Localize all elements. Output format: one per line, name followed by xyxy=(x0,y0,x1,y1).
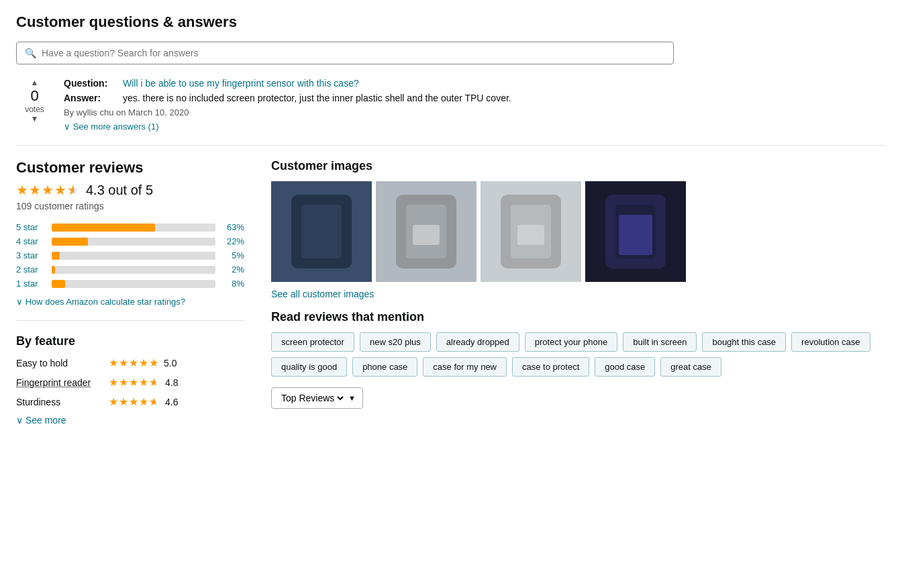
stars-display: ★ ★ ★ ★ ★ ★ xyxy=(16,182,81,198)
rating-bar-fill xyxy=(52,252,60,260)
svg-rect-6 xyxy=(413,225,440,245)
rating-count: 109 customer ratings xyxy=(16,201,244,211)
search-input[interactable] xyxy=(42,48,665,58)
rating-bar-track xyxy=(52,252,215,260)
feature-star: ★ xyxy=(119,356,128,369)
star-1: ★ xyxy=(16,182,28,198)
rating-bar-pct: 5% xyxy=(221,250,244,260)
svg-rect-10 xyxy=(517,225,544,245)
question-link[interactable]: Will i be able to use my fingerprint sen… xyxy=(123,78,359,89)
rating-value: 4.3 out of 5 xyxy=(86,183,153,198)
rating-bar-row: 4 star 22% xyxy=(16,236,244,246)
mention-tag[interactable]: new s20 plus xyxy=(360,332,431,352)
feature-row: Fingerprint reader ★★★★★★ 4.8 xyxy=(16,376,244,389)
amazon-calc-link[interactable]: ∨ How does Amazon calculate star ratings… xyxy=(16,297,244,307)
qa-content: Question: Will i be able to use my finge… xyxy=(64,78,886,132)
overall-rating: ★ ★ ★ ★ ★ ★ 4.3 out of 5 xyxy=(16,182,244,198)
search-icon: 🔍 xyxy=(25,48,36,58)
mention-tag[interactable]: case for my new xyxy=(423,357,507,377)
qa-block: ▲ 0 votes ▼ Question: Will i be able to … xyxy=(16,78,886,132)
images-row xyxy=(271,181,886,282)
rating-bar-label[interactable]: 4 star xyxy=(16,236,46,246)
see-more-features-link[interactable]: ∨ See more xyxy=(16,415,66,426)
feature-name: Easy to hold xyxy=(16,358,103,369)
mention-tag[interactable]: good case xyxy=(595,357,655,377)
vote-up-arrow[interactable]: ▲ xyxy=(31,78,39,87)
rating-bar-label[interactable]: 1 star xyxy=(16,279,46,289)
rating-bar-fill xyxy=(52,224,155,232)
feature-star: ★ xyxy=(109,376,118,389)
sort-dropdown[interactable]: Top ReviewsMost Recent ▼ xyxy=(271,387,363,409)
svg-rect-2 xyxy=(301,205,342,258)
rating-bar-label[interactable]: 2 star xyxy=(16,264,46,275)
feature-row: Easy to hold ★★★★★ 5.0 xyxy=(16,356,244,369)
question-label: Question: xyxy=(64,78,117,89)
answer-text: yes. there is no included screen protect… xyxy=(123,93,511,103)
see-more-answers-link[interactable]: ∨ See more answers (1) xyxy=(64,121,886,132)
feature-val: 4.8 xyxy=(165,377,178,388)
features-title: By feature xyxy=(16,334,244,348)
feature-star: ★ xyxy=(109,356,118,369)
customer-image[interactable] xyxy=(376,181,477,282)
see-all-images-link[interactable]: See all customer images xyxy=(271,289,374,299)
mention-tag[interactable]: protect your phone xyxy=(525,332,617,352)
search-bar: 🔍 xyxy=(16,42,674,64)
rating-bar-label[interactable]: 3 star xyxy=(16,250,46,260)
mention-tag[interactable]: case to protect xyxy=(512,357,589,377)
star-4: ★ xyxy=(54,182,66,198)
rating-bar-fill xyxy=(52,266,55,274)
star-5-half: ★ ★ xyxy=(67,182,81,195)
rating-bar-row: 1 star 8% xyxy=(16,279,244,289)
feature-star: ★ xyxy=(149,356,158,369)
rating-bar-track xyxy=(52,266,215,274)
answer-meta: By wyllis chu on March 10, 2020 xyxy=(64,107,886,117)
feature-star: ★ xyxy=(119,395,128,408)
feature-val: 4.6 xyxy=(165,397,178,407)
customer-image[interactable] xyxy=(481,181,581,282)
mention-tag[interactable]: great case xyxy=(660,357,721,377)
rating-bar-fill xyxy=(52,238,88,246)
feature-star: ★ xyxy=(119,376,128,389)
customer-image[interactable] xyxy=(271,181,372,282)
mentions-grid: screen protectornew s20 plusalready drop… xyxy=(271,332,886,377)
feature-star: ★ xyxy=(139,395,148,408)
feature-stars: ★★★★★ xyxy=(109,356,158,369)
star-2: ★ xyxy=(29,182,41,198)
rating-bar-pct: 22% xyxy=(221,236,244,246)
reviews-title: Customer reviews xyxy=(16,159,244,177)
vote-count: 0 xyxy=(30,87,38,105)
rating-bar-track xyxy=(52,280,215,288)
feature-star: ★ xyxy=(129,356,138,369)
features-list: Easy to hold ★★★★★ 5.0 Fingerprint reade… xyxy=(16,356,244,408)
svg-rect-14 xyxy=(619,215,652,255)
rating-bar-row: 3 star 5% xyxy=(16,250,244,260)
mention-tag[interactable]: screen protector xyxy=(271,332,354,352)
mention-tag[interactable]: revolution case xyxy=(791,332,870,352)
images-title: Customer images xyxy=(271,159,886,173)
mention-tag[interactable]: already dropped xyxy=(436,332,519,352)
qa-title: Customer questions & answers xyxy=(16,13,886,31)
feature-stars: ★★★★★★ xyxy=(109,395,160,408)
feature-stars: ★★★★★★ xyxy=(109,376,160,389)
vote-down-arrow[interactable]: ▼ xyxy=(31,114,39,124)
customer-image[interactable] xyxy=(585,181,686,282)
mention-tag[interactable]: phone case xyxy=(352,357,417,377)
rating-bar-fill xyxy=(52,280,65,288)
mention-tag[interactable]: bought this case xyxy=(702,332,786,352)
feature-star: ★ xyxy=(139,356,148,369)
feature-star: ★ xyxy=(139,376,148,389)
rating-bar-track xyxy=(52,238,215,246)
rating-bars: 5 star 63% 4 star 22% 3 star 5% 2 star 2… xyxy=(16,222,244,289)
rating-bar-row: 5 star 63% xyxy=(16,222,244,232)
rating-bar-pct: 63% xyxy=(221,222,244,232)
feature-star: ★ xyxy=(109,395,118,408)
sort-select[interactable]: Top ReviewsMost Recent xyxy=(279,392,346,404)
rating-bar-track xyxy=(52,224,215,232)
sort-chevron-icon: ▼ xyxy=(348,394,356,402)
feature-star: ★ xyxy=(129,395,138,408)
mention-tag[interactable]: built in screen xyxy=(623,332,697,352)
section-divider xyxy=(16,145,886,146)
answer-label: Answer: xyxy=(64,93,117,103)
mention-tag[interactable]: quality is good xyxy=(271,357,347,377)
rating-bar-label[interactable]: 5 star xyxy=(16,222,46,232)
